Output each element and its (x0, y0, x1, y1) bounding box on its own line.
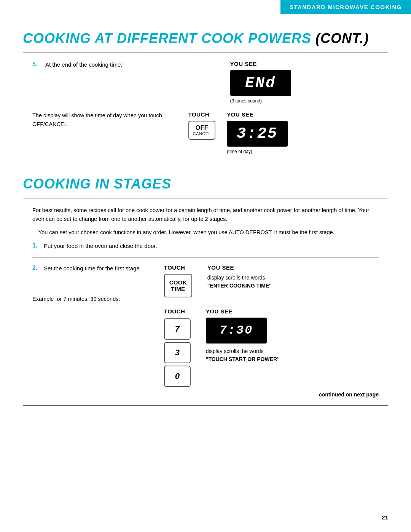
section1-title-accent: Cooking at Different Cook Powers (23, 30, 311, 46)
step2-number: 2. (32, 265, 41, 272)
step2b-touch-label: TOUCH (164, 308, 185, 315)
step5-right: YOU SEE ENd (3 tones sound) (188, 61, 379, 104)
step2-right: TOUCH COOK TIME YOU SEE display scrolls … (164, 264, 379, 297)
step2-text: Set the cooking time for the first stage… (44, 264, 164, 273)
step2b-display-desc2: display scrolls the words "TOUCH START O… (206, 347, 280, 363)
display-desc1-line1: display scrolls the words (207, 275, 265, 281)
step5-left: 5. At the end of the cooking time: (32, 61, 188, 76)
header-title: STANDARD MICROWAVE COOKING (290, 4, 402, 10)
cook-time-btn-line2: TIME (171, 286, 185, 292)
cook-time-btn-line1: COOK (169, 279, 187, 286)
off-cancel-button[interactable]: OFF CANCEL (188, 121, 216, 140)
step5-right2: TOUCH OFF CANCEL YOU SEE 3:25 (time of d… (188, 111, 379, 154)
section1-title-cont: (Cont.) (311, 30, 369, 46)
key-0[interactable]: 0 (164, 366, 191, 387)
intro-para2: You can set your chosen cook functions i… (32, 228, 379, 237)
lcd1-caption: (3 tones sound) (230, 98, 262, 104)
intro-para1: For best results, some recipes call for … (32, 206, 379, 224)
step2b-touch-col: TOUCH 7 3 0 (164, 308, 191, 387)
page-number: 21 (382, 514, 388, 521)
step5-note: The display will show the time of day wh… (32, 111, 188, 129)
you-see-label2: YOU SEE (227, 111, 253, 118)
lcd2-caption: (time of day) (227, 149, 252, 154)
step2-example: Example for 7 minutes, 30 seconds: (32, 296, 164, 302)
btn-off-main: OFF (196, 125, 209, 131)
step2-touch-label1: TOUCH (164, 264, 185, 271)
keys-stack: 7 3 0 (164, 318, 191, 387)
step2-touch-col1: TOUCH COOK TIME (164, 264, 192, 297)
lcd-display3: 7:30 (206, 318, 267, 343)
step5-row: 5. At the end of the cooking time: YOU S… (32, 61, 379, 104)
section1-title: Cooking at Different Cook Powers (Cont.) (23, 30, 388, 46)
step1-text: Put your food in the oven and close the … (44, 242, 379, 251)
continued-text: continued on next page (32, 391, 379, 398)
section2-title: Cooking in Stages (23, 176, 388, 192)
display-desc1-line2: "ENTER COOKING TIME" (207, 283, 272, 289)
step2b-right: TOUCH 7 3 0 YOU SEE 7:30 display scrolls… (164, 308, 379, 387)
display-desc2-line2: "TOUCH START OR POWER" (206, 356, 280, 362)
you-see-label1: YOU SEE (230, 61, 257, 67)
section2-box: For best results, some recipes call for … (23, 198, 388, 406)
lcd-text1: ENd (245, 75, 276, 92)
lcd-display1: ENd (230, 70, 291, 96)
key-7[interactable]: 7 (164, 318, 191, 340)
step2-row: 2. Set the cooking time for the first st… (32, 264, 379, 302)
section1-box: 5. At the end of the cooking time: YOU S… (23, 53, 388, 162)
key-3[interactable]: 3 (164, 342, 191, 363)
step-divider (32, 257, 379, 257)
step5-number: 5. (32, 61, 43, 68)
step1-number: 1. (32, 242, 41, 249)
step2b-you-see-col: YOU SEE 7:30 display scrolls the words "… (206, 308, 280, 387)
step2-display-desc1: display scrolls the words "ENTER COOKING… (207, 274, 272, 290)
btn-off-sub: CANCEL (193, 131, 211, 136)
step2b-you-see-label: YOU SEE (206, 308, 233, 315)
step2-left: 2. Set the cooking time for the first st… (32, 264, 164, 302)
touch-col2: TOUCH OFF CANCEL (188, 111, 216, 154)
intro-para2-text: You can set your chosen cook functions i… (38, 229, 335, 235)
step2-text-row: 2. Set the cooking time for the first st… (32, 264, 164, 273)
step5-note-text: The display will show the time of day wh… (32, 111, 188, 129)
cook-time-button[interactable]: COOK TIME (164, 274, 192, 297)
you-see-col2: YOU SEE 3:25 (time of day) (227, 111, 288, 154)
touch-label2: TOUCH (188, 111, 210, 118)
you-see-col1: YOU SEE ENd (3 tones sound) (230, 61, 291, 104)
step2-you-see-col1: YOU SEE display scrolls the words "ENTER… (207, 264, 272, 297)
lcd-text2: 3:25 (237, 125, 278, 142)
header-bar: STANDARD MICROWAVE COOKING (280, 0, 411, 14)
step1-row: 1. Put your food in the oven and close t… (32, 242, 379, 251)
step5-text-row: 5. At the end of the cooking time: (32, 61, 188, 69)
section2-title-accent: Cooking in Stages (23, 176, 171, 192)
step2-you-see-label1: YOU SEE (207, 264, 234, 271)
lcd-display2: 3:25 (227, 121, 288, 147)
lcd-text3: 7:30 (219, 323, 253, 337)
step5-row2: The display will show the time of day wh… (32, 111, 379, 154)
step2b-row: TOUCH 7 3 0 YOU SEE 7:30 display scrolls… (32, 308, 379, 387)
display-desc2-line1: display scrolls the words (206, 348, 264, 354)
step5-text: At the end of the cooking time: (45, 61, 188, 69)
